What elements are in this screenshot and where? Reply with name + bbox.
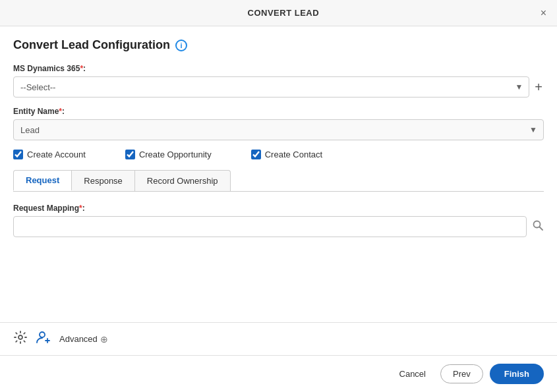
entity-name-select[interactable]: Lead bbox=[13, 119, 544, 140]
modal-title: CONVERT LEAD bbox=[26, 8, 541, 18]
action-bar: Cancel Prev Finish bbox=[0, 355, 557, 392]
gear-icon bbox=[13, 330, 28, 345]
svg-line-1 bbox=[540, 227, 543, 231]
tab-request[interactable]: Request bbox=[13, 170, 72, 191]
settings-button[interactable] bbox=[13, 330, 28, 348]
entity-name-select-wrapper: Lead ▼ bbox=[13, 119, 544, 140]
add-ms-dynamics-button[interactable]: + bbox=[533, 80, 544, 94]
cancel-button[interactable]: Cancel bbox=[392, 365, 434, 383]
person-add-icon bbox=[36, 329, 51, 345]
svg-point-3 bbox=[40, 332, 45, 337]
search-icon bbox=[532, 219, 544, 231]
prev-button[interactable]: Prev bbox=[440, 364, 483, 383]
checkboxes-row: Create Account Create Opportunity Create… bbox=[13, 150, 544, 159]
tab-response[interactable]: Response bbox=[71, 170, 135, 191]
tab-record-ownership[interactable]: Record Ownership bbox=[134, 170, 231, 191]
ms-dynamics-label: MS Dynamics 365*: bbox=[13, 64, 544, 73]
request-mapping-group: Request Mapping*: bbox=[13, 204, 544, 237]
advanced-label: Advanced ⊕ bbox=[59, 334, 108, 345]
footer-bar: Advanced ⊕ bbox=[0, 322, 557, 355]
close-button[interactable]: × bbox=[541, 8, 546, 18]
ms-dynamics-group: MS Dynamics 365*: --Select-- ▼ + bbox=[13, 64, 544, 98]
create-account-checkbox[interactable] bbox=[13, 150, 23, 159]
ms-dynamics-select[interactable]: --Select-- bbox=[13, 76, 529, 98]
create-opportunity-checkbox[interactable] bbox=[125, 150, 135, 159]
info-icon[interactable]: i bbox=[175, 40, 187, 51]
create-opportunity-label: Create Opportunity bbox=[139, 150, 212, 159]
page-title: Convert Lead Configuration i bbox=[13, 38, 544, 52]
svg-point-2 bbox=[18, 335, 22, 339]
create-account-label: Create Account bbox=[27, 150, 86, 159]
request-mapping-input[interactable] bbox=[13, 216, 527, 237]
request-mapping-label: Request Mapping*: bbox=[13, 204, 544, 213]
advanced-plus-icon: ⊕ bbox=[100, 334, 108, 345]
mapping-row bbox=[13, 216, 544, 237]
create-opportunity-checkbox-item[interactable]: Create Opportunity bbox=[125, 150, 212, 159]
create-contact-checkbox[interactable] bbox=[251, 150, 261, 159]
create-account-checkbox-item[interactable]: Create Account bbox=[13, 150, 86, 159]
modal-body: Convert Lead Configuration i MS Dynamics… bbox=[0, 26, 557, 322]
tabs-row: Request Response Record Ownership bbox=[13, 170, 544, 192]
user-icon-button[interactable] bbox=[36, 329, 51, 349]
create-contact-checkbox-item[interactable]: Create Contact bbox=[251, 150, 322, 159]
finish-button[interactable]: Finish bbox=[490, 364, 544, 384]
entity-name-group: Entity Name*: Lead ▼ bbox=[13, 107, 544, 140]
modal-header: CONVERT LEAD × bbox=[0, 0, 557, 26]
ms-dynamics-select-wrapper: --Select-- ▼ + bbox=[13, 76, 544, 98]
entity-name-label: Entity Name*: bbox=[13, 107, 544, 116]
create-contact-label: Create Contact bbox=[265, 150, 322, 159]
request-mapping-search-button[interactable] bbox=[532, 219, 544, 234]
